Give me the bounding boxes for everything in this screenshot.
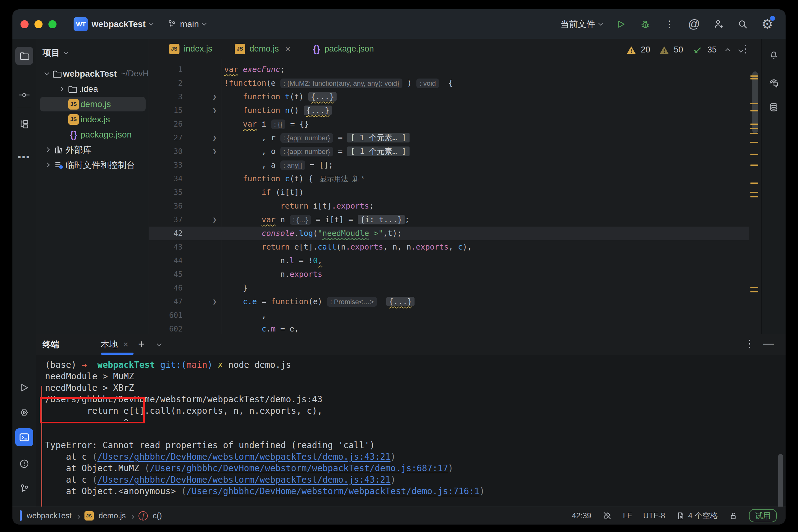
minimize-window-button[interactable] — [35, 20, 42, 28]
zoom-window-button[interactable] — [49, 20, 56, 28]
warning-stripe-mark[interactable] — [750, 196, 758, 197]
next-problem-icon[interactable] — [738, 47, 744, 53]
breadcrumb-text[interactable]: demo.js — [99, 511, 126, 520]
run-config-selector[interactable]: 当前文件 — [560, 18, 602, 30]
fold-arrow-icon[interactable]: ❯ — [210, 131, 219, 145]
warning-stripe-mark[interactable] — [750, 110, 758, 111]
settings-gear-icon[interactable]: ⚙ — [761, 16, 773, 32]
hide-terminal-icon[interactable]: — — [763, 337, 774, 349]
prev-problem-icon[interactable] — [725, 48, 730, 53]
more-icon[interactable]: ••• — [15, 148, 33, 166]
tab-package-json[interactable]: {}package.json — [302, 39, 385, 59]
project-window-icon — [20, 510, 22, 521]
tab-label: package.json — [324, 44, 374, 54]
stack-trace-link[interactable]: /Users/ghbbhc/DevHome/webstorm/webpackTe… — [150, 463, 448, 473]
warning-stripe-mark[interactable] — [750, 183, 758, 184]
project-window-icon[interactable] — [20, 511, 22, 520]
debug-icon[interactable] — [639, 19, 651, 30]
run-outline-icon[interactable] — [15, 379, 33, 397]
project-widget[interactable]: WT webpackTest — [74, 17, 153, 31]
fold-arrow-icon[interactable]: ❯ — [210, 90, 219, 104]
terminal-line: needModule > MuMZ — [36, 370, 785, 382]
highlight-off-icon[interactable] — [602, 511, 612, 520]
warning-stripe-mark[interactable] — [750, 142, 758, 143]
terminal-scrollbar-thumb[interactable] — [778, 454, 783, 507]
function-icon[interactable]: f — [138, 511, 148, 520]
tree-item-webpacktest[interactable]: webpackTest~/DevH — [36, 66, 149, 81]
close-icon[interactable]: × — [285, 44, 291, 54]
tree-item--idea[interactable]: .idea — [36, 81, 149, 97]
close-icon[interactable]: × — [123, 340, 128, 349]
structure-icon[interactable] — [15, 115, 33, 133]
tree-item-package-json[interactable]: {}package.json — [36, 127, 149, 142]
warning-stripe-mark[interactable] — [750, 192, 758, 193]
database-icon[interactable] — [765, 98, 783, 116]
ai-assistant-icon[interactable]: @ — [688, 17, 700, 31]
tab-index-js[interactable]: JSindex.js — [158, 39, 224, 59]
caret-position[interactable]: 42:39 — [572, 511, 592, 520]
tab-demo-js[interactable]: JSdemo.js× — [224, 39, 302, 59]
terminal-options-kebab-icon[interactable]: ⋮ — [745, 338, 755, 349]
close-window-button[interactable] — [20, 20, 29, 28]
warning-stripe-mark[interactable] — [750, 124, 758, 125]
notifications-bell-icon[interactable] — [765, 45, 783, 64]
weak-warning-icon — [660, 45, 669, 54]
inspections-widget[interactable]: 20 50 35 — [627, 45, 743, 55]
git-branch-icon[interactable] — [15, 479, 33, 497]
warning-icon — [627, 45, 636, 54]
chevron-right-icon[interactable] — [56, 87, 66, 91]
terminal-tab-local[interactable]: 本地 × — [101, 339, 128, 350]
breadcrumb: webpackTestJSdemo.jsfc() — [20, 511, 162, 520]
file-encoding[interactable]: UTF-8 — [643, 511, 665, 520]
chevron-down-icon[interactable] — [42, 72, 51, 75]
fold-arrow-icon[interactable]: ❯ — [210, 104, 219, 117]
fold-arrow-icon[interactable]: ❯ — [210, 145, 219, 158]
warning-stripe-mark[interactable] — [750, 75, 758, 77]
js-file-icon[interactable]: JS — [85, 511, 94, 520]
breadcrumb-text[interactable]: c() — [153, 511, 162, 520]
stack-trace-link[interactable]: /Users/ghbbhc/DevHome/webstorm/webpackTe… — [186, 486, 479, 496]
line-separator[interactable]: LF — [623, 511, 632, 520]
warning-stripe-mark[interactable] — [750, 103, 758, 104]
warning-stripe-mark[interactable] — [750, 165, 758, 166]
problems-icon[interactable] — [15, 455, 33, 473]
warning-stripe-mark[interactable] — [750, 291, 758, 292]
warning-stripe-mark[interactable] — [750, 154, 758, 155]
search-icon[interactable] — [737, 19, 748, 30]
fold-arrow-icon[interactable]: ❯ — [210, 213, 219, 227]
warning-stripe-mark[interactable] — [750, 128, 758, 129]
warning-stripe-mark[interactable] — [750, 133, 758, 134]
commit-icon[interactable] — [15, 86, 33, 104]
warning-stripe-mark[interactable] — [750, 78, 758, 79]
project-panel-header[interactable]: 项目 — [36, 39, 149, 59]
services-icon[interactable] — [15, 403, 33, 421]
chevron-right-icon[interactable] — [42, 148, 52, 151]
warning-stripe-mark[interactable] — [750, 287, 758, 288]
kebab-icon[interactable]: ⋮ — [664, 19, 675, 30]
fold-arrow-icon[interactable]: ❯ — [210, 295, 219, 308]
terminal-icon[interactable] — [15, 428, 33, 446]
ai-chat-icon[interactable] — [765, 74, 783, 92]
breadcrumb-text[interactable]: webpackTest — [27, 511, 72, 520]
branch-widget[interactable]: main — [167, 19, 206, 30]
stack-trace-link[interactable]: /Users/ghbbhc/DevHome/webstorm/webpackTe… — [97, 475, 391, 485]
project-folder-icon[interactable] — [15, 47, 33, 65]
lock-open-icon[interactable] — [729, 511, 738, 520]
tree-item--[interactable]: 外部库 — [36, 142, 149, 157]
chevron-right-icon[interactable] — [42, 163, 52, 167]
tree-item--[interactable]: 临时文件和控制台 — [36, 157, 149, 173]
tree-item-demo-js[interactable]: JSdemo.js — [36, 97, 149, 112]
terminal-output[interactable]: (base) → webpackTest git:(main) ✗ node d… — [36, 355, 785, 507]
json-file-icon: {} — [70, 129, 77, 140]
add-user-icon[interactable] — [713, 19, 724, 30]
editor-scrollbar[interactable] — [749, 59, 761, 334]
indent-config[interactable]: 4 个空格 — [676, 511, 718, 521]
terminal-dropdown-icon[interactable] — [157, 342, 161, 348]
project-panel-title: 项目 — [42, 47, 60, 59]
terminal-title[interactable]: 终端 — [42, 339, 59, 350]
stack-trace-link[interactable]: /Users/ghbbhc/DevHome/webstorm/webpackTe… — [97, 452, 391, 462]
new-terminal-icon[interactable]: + — [138, 338, 145, 351]
tree-item-index-js[interactable]: JSindex.js — [36, 112, 149, 127]
run-icon[interactable] — [615, 19, 627, 30]
trial-badge[interactable]: 试用 — [749, 509, 777, 522]
